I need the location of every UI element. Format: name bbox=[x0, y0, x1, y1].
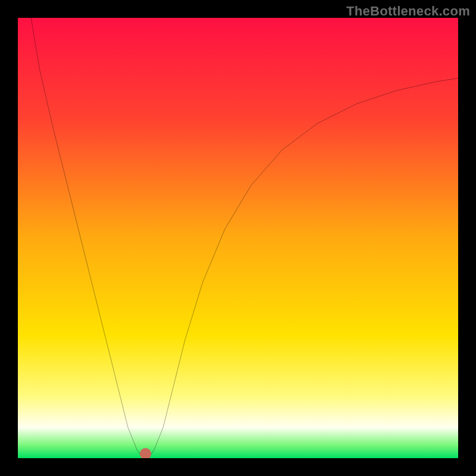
chart-background bbox=[18, 18, 458, 458]
watermark-text: TheBottleneck.com bbox=[346, 4, 470, 19]
chart-svg bbox=[18, 18, 458, 458]
chart-frame bbox=[18, 18, 458, 458]
